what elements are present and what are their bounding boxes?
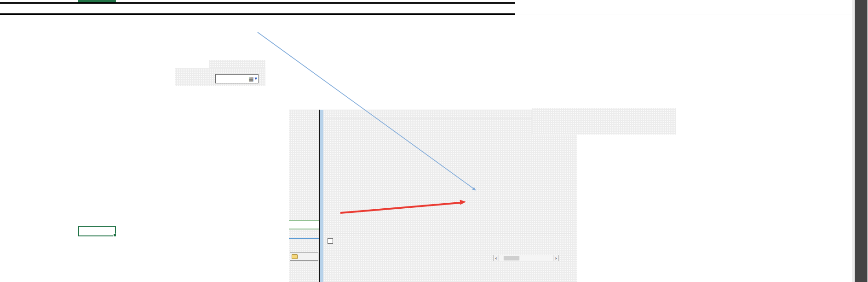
attachment-button[interactable] <box>290 252 318 261</box>
selected-cell[interactable] <box>78 226 116 236</box>
selected-column-highlight <box>78 0 116 2</box>
fill-handle[interactable] <box>113 234 116 237</box>
calendar-icon[interactable]: ▦ <box>248 76 253 82</box>
allocation-table-panel <box>532 108 676 135</box>
background-row-cell <box>289 220 319 229</box>
scrollbar-thumb[interactable] <box>504 256 519 260</box>
entry-params-group-frame <box>325 118 572 234</box>
entry-month-panel-notch <box>209 60 265 69</box>
background-blue-line <box>289 238 319 239</box>
scroll-right-arrow[interactable]: › <box>553 255 559 261</box>
attachment-folder-icon <box>292 254 298 259</box>
vertical-scrollbar[interactable] <box>855 0 868 282</box>
dropdown-arrow-icon[interactable]: ▼ <box>254 77 258 81</box>
background-row-number <box>289 223 290 229</box>
entry-month-date-picker[interactable]: ▦ ▼ <box>215 74 259 83</box>
horizontal-scrollbar[interactable] <box>493 255 559 261</box>
column-letter-strip <box>0 0 852 3</box>
screen: ▦ ▼ ‹ › <box>0 0 868 282</box>
dialog-left-blue-strip <box>320 110 323 282</box>
filter-row-bottom-border <box>0 13 515 15</box>
scroll-left-arrow[interactable]: ‹ <box>493 255 499 261</box>
cleanup-flag-checkbox[interactable] <box>328 238 333 244</box>
